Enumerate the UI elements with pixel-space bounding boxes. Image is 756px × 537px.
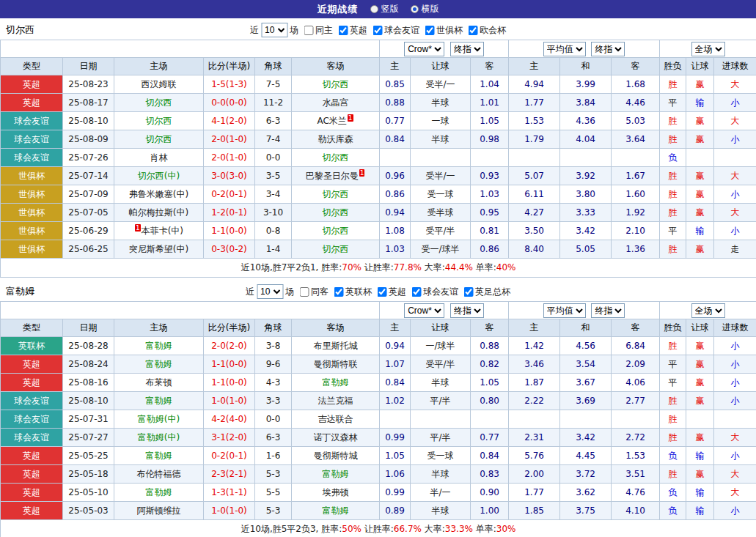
- team-link[interactable]: 吉达联合: [318, 414, 353, 424]
- score-cell[interactable]: 1-3(1-1): [204, 484, 255, 502]
- score-cell[interactable]: 1-1(0-0): [204, 222, 255, 240]
- team-link[interactable]: 富勒姆: [146, 451, 172, 461]
- filter-checkbox-同客[interactable]: 同客: [299, 286, 329, 298]
- checkbox-input[interactable]: [411, 287, 421, 297]
- team-link[interactable]: 布莱顿: [146, 377, 172, 388]
- filter-checkbox-世俱杯[interactable]: 世俱杯: [425, 24, 463, 37]
- team-link[interactable]: 富勒姆(中): [138, 432, 180, 442]
- checkbox-input[interactable]: [304, 26, 313, 35]
- score-cell[interactable]: 1-1(0-0): [204, 355, 255, 374]
- odds-selects-row: Crow* 终指 平均值 终指 全场: [1, 40, 756, 58]
- score-cell[interactable]: 3-0(3-0): [204, 167, 255, 185]
- team-link[interactable]: 勒沃库森: [318, 134, 353, 144]
- team-link[interactable]: 富勒姆: [323, 469, 349, 479]
- score-cell[interactable]: 2-0(1-0): [204, 130, 255, 149]
- asian-odds-stage-select[interactable]: 终指: [450, 303, 484, 318]
- team-link[interactable]: 曼彻斯特城: [314, 451, 358, 461]
- match-result-cell: 胜: [660, 75, 686, 94]
- checkbox-input[interactable]: [377, 287, 386, 297]
- team-link[interactable]: 帕尔梅拉斯(中): [129, 207, 188, 218]
- asian-away-odds-cell: [471, 410, 509, 429]
- score-cell[interactable]: 1-0(1-0): [204, 502, 255, 520]
- team-link[interactable]: 富勒姆(中): [138, 414, 180, 424]
- score-cell[interactable]: 0-3(0-2): [204, 240, 255, 259]
- score-cell[interactable]: 2-0(2-0): [204, 337, 255, 355]
- filter-checkbox-英联杯[interactable]: 英联杯: [334, 286, 372, 298]
- checkbox-input[interactable]: [468, 26, 477, 35]
- euro-odds-source-select[interactable]: 平均值: [543, 303, 586, 318]
- filter-checkbox-英超[interactable]: 英超: [338, 24, 367, 37]
- score-cell[interactable]: 2-3(2-1): [204, 465, 255, 484]
- checkbox-input[interactable]: [463, 287, 473, 297]
- team-link[interactable]: 曼彻斯特联: [314, 359, 358, 369]
- euro-odds-stage-select[interactable]: 终指: [591, 303, 625, 318]
- team-link[interactable]: 法兰克福: [318, 396, 353, 406]
- recent-count-select[interactable]: 10: [257, 284, 283, 299]
- team-link[interactable]: 弗鲁米嫩塞(中): [129, 189, 188, 199]
- team-link[interactable]: 突尼斯希望(中): [129, 244, 188, 254]
- team-link[interactable]: 切尔西: [323, 207, 349, 218]
- checkbox-input[interactable]: [425, 26, 434, 35]
- score-cell[interactable]: 4-1(2-0): [204, 112, 255, 130]
- team-link[interactable]: 切尔西: [323, 244, 349, 254]
- team-link[interactable]: 布伦特福德: [137, 469, 181, 479]
- layout-option-horizontal[interactable]: 横版: [411, 3, 439, 15]
- team-link[interactable]: 切尔西: [146, 116, 172, 126]
- team-link[interactable]: 埃弗顿: [323, 487, 349, 497]
- score-cell[interactable]: 0-0(0-0): [204, 94, 255, 112]
- team-link[interactable]: 富勒姆: [146, 487, 172, 497]
- checkbox-input[interactable]: [299, 287, 309, 297]
- team-link[interactable]: 富勒姆: [146, 396, 172, 406]
- score-cell[interactable]: 1-2(0-1): [204, 204, 255, 222]
- team-link[interactable]: 诺丁汉森林: [314, 432, 358, 442]
- asian-odds-source-select[interactable]: Crow*: [404, 42, 444, 56]
- team-link[interactable]: 水晶宫: [323, 97, 349, 108]
- filter-checkbox-欧会杯[interactable]: 欧会杯: [468, 24, 506, 37]
- euro-odds-source-select[interactable]: 平均值: [543, 42, 586, 56]
- scope-select[interactable]: 全场: [691, 303, 725, 318]
- team-link[interactable]: 切尔西(中): [138, 171, 180, 181]
- score-cell[interactable]: 4-2(4-0): [204, 410, 255, 429]
- team-link[interactable]: 切尔西: [323, 152, 349, 163]
- layout-option-vertical[interactable]: 竖版: [370, 3, 399, 15]
- summary-cell: 近10场,胜7平2负1, 胜率:70% 让胜率:77.8% 大率:44.4% 单…: [1, 259, 756, 278]
- scope-select[interactable]: 全场: [691, 42, 725, 56]
- recent-count-select[interactable]: 10: [261, 23, 287, 37]
- team-link[interactable]: 肖林: [150, 152, 168, 163]
- team-link[interactable]: 富勒姆: [146, 359, 172, 369]
- euro-odds-stage-select[interactable]: 终指: [591, 42, 625, 56]
- team-link[interactable]: 切尔西: [323, 226, 349, 236]
- team-link[interactable]: 本菲卡(中): [142, 226, 183, 236]
- score-cell[interactable]: 3-1(2-0): [204, 429, 255, 447]
- team-link[interactable]: 布里斯托城: [314, 341, 358, 351]
- asian-odds-stage-select[interactable]: 终指: [450, 42, 484, 56]
- checkbox-input[interactable]: [373, 26, 382, 35]
- euro-away-win-cell: 4.06: [612, 374, 660, 392]
- team-link[interactable]: 切尔西: [146, 97, 172, 108]
- team-link[interactable]: 切尔西: [323, 79, 349, 89]
- score-cell[interactable]: 2-0(1-0): [204, 149, 255, 167]
- filter-checkbox-英超[interactable]: 英超: [377, 286, 406, 298]
- team-link[interactable]: 西汉姆联: [142, 79, 177, 89]
- filter-checkbox-球会友谊[interactable]: 球会友谊: [373, 24, 419, 37]
- score-cell[interactable]: 0-2(0-1): [204, 185, 255, 204]
- score-cell[interactable]: 1-0(1-0): [204, 392, 255, 410]
- score-cell[interactable]: 1-5(1-3): [204, 75, 255, 94]
- team-link[interactable]: 富勒姆: [323, 377, 349, 388]
- team-link[interactable]: 巴黎圣日尔曼: [306, 171, 359, 181]
- team-link[interactable]: 富勒姆: [323, 505, 349, 516]
- team-link[interactable]: 切尔西: [323, 189, 349, 199]
- score-cell[interactable]: 0-2(0-1): [204, 447, 255, 465]
- filter-checkbox-球会友谊[interactable]: 球会友谊: [411, 286, 458, 298]
- checkbox-input[interactable]: [334, 287, 343, 297]
- score-cell[interactable]: 1-1(0-0): [204, 374, 255, 392]
- team-link[interactable]: AC米兰: [317, 116, 346, 126]
- checkbox-input[interactable]: [338, 26, 348, 35]
- asian-odds-source-select[interactable]: Crow*: [404, 303, 444, 318]
- team-link[interactable]: 切尔西: [146, 134, 172, 144]
- filter-checkbox-同主[interactable]: 同主: [304, 24, 333, 37]
- team-link[interactable]: 阿斯顿维拉: [137, 505, 181, 516]
- team-link[interactable]: 富勒姆: [146, 341, 172, 351]
- filter-checkbox-英足总杯[interactable]: 英足总杯: [463, 286, 510, 298]
- handicap-cell: 半球: [411, 94, 471, 112]
